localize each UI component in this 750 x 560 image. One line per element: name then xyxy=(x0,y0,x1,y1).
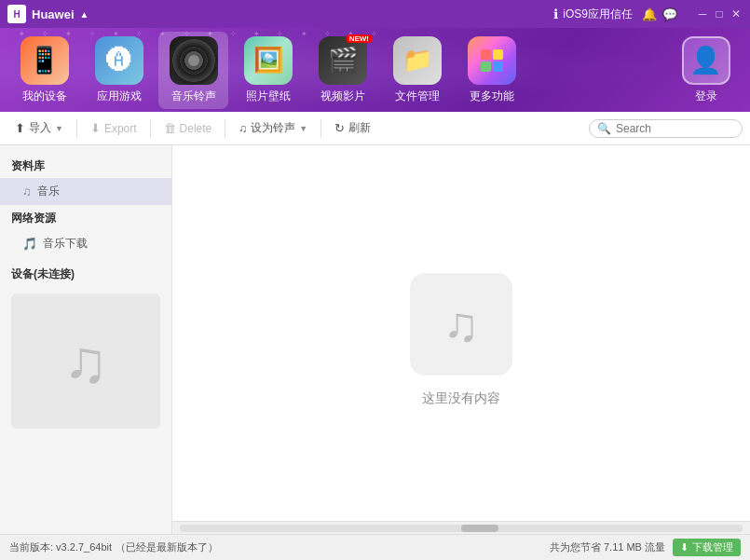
delete-button[interactable]: 🗑 Delete xyxy=(157,117,220,139)
download-manager-label: 下载管理 xyxy=(692,540,733,554)
window-controls: ─ □ ✕ xyxy=(696,7,743,20)
toolbar-separator-2 xyxy=(150,119,151,138)
photo-icon: 🖼️ xyxy=(244,36,293,85)
login-avatar-icon: 👤 xyxy=(682,36,730,85)
set-ringtone-button[interactable]: ♫ 设为铃声 ▼ xyxy=(231,116,315,140)
empty-state-icon: ♫ xyxy=(410,273,512,376)
sidebar-item-music[interactable]: ♫ 音乐 xyxy=(0,178,171,205)
title-bar-right: ℹ iOS9应用信任 🔔 💬 ─ □ ✕ xyxy=(553,7,743,22)
chat-icon[interactable]: 💬 xyxy=(662,7,677,21)
ringtone-icon: ♫ xyxy=(239,122,247,135)
refresh-button[interactable]: ↻ 刷新 xyxy=(327,116,378,140)
toolbar-separator-3 xyxy=(225,119,225,138)
music-vinyl-icon xyxy=(170,36,218,85)
my-device-icon: 📱 xyxy=(20,36,69,85)
nav-item-video[interactable]: 🎬 NEW! 视频影片 xyxy=(307,32,377,109)
nav-label-more: 更多功能 xyxy=(470,89,514,104)
nav-label-login: 登录 xyxy=(695,89,717,104)
status-bar: 当前版本: v3.2.7_64bit （已经是最新版本了） 共为您节省 7.11… xyxy=(0,534,750,560)
download-manager-icon: ⬇ xyxy=(680,541,689,553)
sidebar-music-note-icon: ♫ xyxy=(63,327,108,396)
sidebar: 资料库 ♫ 音乐 网络资源 🎵 音乐下载 设备(未连接) ♫ xyxy=(0,145,172,534)
delete-icon: 🗑 xyxy=(164,121,176,135)
nav-bar: 📱 我的设备 🅐 应用游戏 音乐铃声 🖼️ 照片壁纸 🎬 NEW! 视频影片 📁 xyxy=(0,28,750,112)
status-left: 当前版本: v3.2.7_64bit （已经是最新版本了） xyxy=(9,540,218,554)
file-icon: 📁 xyxy=(393,36,442,85)
ringtone-dropdown-arrow: ▼ xyxy=(299,124,307,133)
content-area: ♫ 这里没有内容 xyxy=(172,145,750,534)
title-bar: H Huawei ▲ ℹ iOS9应用信任 🔔 💬 ─ □ ✕ xyxy=(0,0,750,28)
export-button[interactable]: ⬇ Export xyxy=(83,117,144,139)
nav-item-photo[interactable]: 🖼️ 照片壁纸 xyxy=(233,32,303,109)
import-icon: ⬆ xyxy=(15,121,25,135)
ios-icon: ℹ xyxy=(553,7,558,21)
toolbar-separator-4 xyxy=(320,119,321,138)
nav-item-my-device[interactable]: 📱 我的设备 xyxy=(9,32,79,109)
music-note-icon: ♫ xyxy=(22,184,32,198)
search-icon: 🔍 xyxy=(597,122,611,135)
new-badge: NEW! xyxy=(347,34,372,43)
svg-rect-1 xyxy=(493,49,503,60)
nav-label-my-device: 我的设备 xyxy=(22,89,67,104)
toolbar-separator-1 xyxy=(76,119,77,138)
maximize-button[interactable]: □ xyxy=(713,7,726,20)
app-game-icon: 🅐 xyxy=(95,36,143,85)
download-icon: 🎵 xyxy=(22,237,37,251)
toolbar: ⬆ 导入 ▼ ⬇ Export 🗑 Delete ♫ 设为铃声 ▼ ↻ 刷新 🔍 xyxy=(0,112,750,145)
more-icon xyxy=(468,36,516,85)
download-manager-button[interactable]: ⬇ 下载管理 xyxy=(673,539,741,556)
horizontal-scrollbar[interactable] xyxy=(172,521,750,534)
import-button[interactable]: ⬆ 导入 ▼ xyxy=(7,116,71,140)
nav-item-app-game[interactable]: 🅐 应用游戏 xyxy=(84,32,154,109)
title-bar-left: H Huawei ▲ xyxy=(7,5,89,23)
nav-item-more[interactable]: 更多功能 xyxy=(457,32,526,109)
sidebar-preview-area: ♫ xyxy=(11,294,160,429)
sidebar-music-label: 音乐 xyxy=(37,184,60,199)
nav-label-video: 视频影片 xyxy=(320,89,365,104)
notif-icons: 🔔 💬 xyxy=(642,7,677,21)
import-dropdown-arrow: ▼ xyxy=(55,124,63,133)
nav-label-music: 音乐铃声 xyxy=(171,89,216,104)
svg-rect-3 xyxy=(493,61,503,72)
nav-item-file[interactable]: 📁 文件管理 xyxy=(382,32,452,109)
main-layout: 资料库 ♫ 音乐 网络资源 🎵 音乐下载 设备(未连接) ♫ ♫ 这里没有内容 xyxy=(0,145,750,534)
empty-music-icon: ♫ xyxy=(443,296,480,352)
ios-trust-label: iOS9应用信任 xyxy=(563,7,633,22)
version-note: （已经是最新版本了） xyxy=(116,540,218,554)
nav-label-file: 文件管理 xyxy=(395,89,440,104)
savings-text: 共为您节省 7.11 MB 流量 xyxy=(550,540,665,554)
sidebar-network-title: 网络资源 xyxy=(0,205,171,230)
sidebar-library-title: 资料库 xyxy=(0,153,171,178)
status-right: 共为您节省 7.11 MB 流量 ⬇ 下载管理 xyxy=(550,539,741,556)
arrow-up-icon: ▲ xyxy=(80,9,89,20)
sidebar-item-download[interactable]: 🎵 音乐下载 xyxy=(0,230,171,257)
empty-state-text: 这里没有内容 xyxy=(422,390,500,407)
scrollbar-thumb[interactable] xyxy=(461,525,498,532)
refresh-icon: ↻ xyxy=(334,121,345,135)
svg-rect-2 xyxy=(481,61,491,72)
app-name: Huawei xyxy=(32,7,75,21)
version-text: 当前版本: v3.2.7_64bit xyxy=(9,540,112,554)
search-input[interactable] xyxy=(616,122,734,135)
ios-trust-section: ℹ iOS9应用信任 xyxy=(553,7,633,22)
app-logo: H xyxy=(7,5,26,23)
nav-item-login[interactable]: 👤 登录 xyxy=(671,32,741,109)
bell-icon[interactable]: 🔔 xyxy=(642,7,657,21)
svg-rect-0 xyxy=(481,49,491,60)
scrollbar-track[interactable] xyxy=(180,525,743,532)
export-icon: ⬇ xyxy=(90,121,101,135)
nav-label-photo: 照片壁纸 xyxy=(246,89,291,104)
minimize-button[interactable]: ─ xyxy=(696,7,709,20)
nav-item-music[interactable]: 音乐铃声 xyxy=(158,32,228,109)
close-button[interactable]: ✕ xyxy=(730,7,743,20)
sidebar-download-label: 音乐下载 xyxy=(43,236,88,252)
nav-label-app-game: 应用游戏 xyxy=(97,89,142,104)
video-icon: 🎬 xyxy=(319,36,367,85)
sidebar-device-title: 设备(未连接) xyxy=(0,261,171,286)
search-box[interactable]: 🔍 xyxy=(589,119,743,138)
